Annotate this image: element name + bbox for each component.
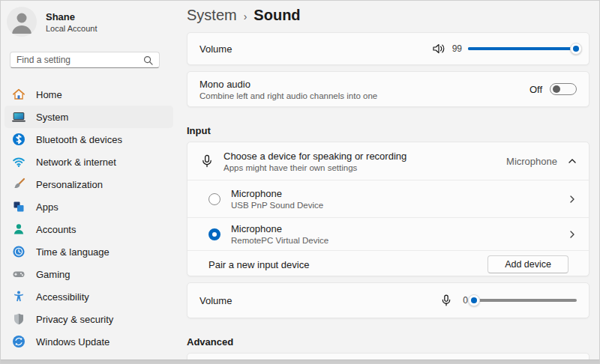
sidebar-item-label: System xyxy=(36,112,68,123)
input-volume-card: Volume 0 xyxy=(187,282,590,318)
home-icon xyxy=(12,88,26,101)
mono-audio-subtitle: Combine left and right audio channels in… xyxy=(200,91,377,100)
pair-device-row: Pair a new input device Add device xyxy=(188,251,589,278)
sidebar-item-label: Privacy & security xyxy=(36,314,113,325)
slider-thumb[interactable] xyxy=(570,43,582,55)
sidebar-item-time-language[interactable]: Time & language xyxy=(4,240,173,263)
user-account-block[interactable]: Shane Local Account xyxy=(7,7,98,37)
output-volume-label: Volume xyxy=(200,43,232,55)
device-description: USB PnP Sound Device xyxy=(231,201,323,210)
device-description: RemotePC Virtual Device xyxy=(231,236,328,245)
sidebar-item-label: Windows Update xyxy=(36,336,110,348)
sidebar-item-accessibility[interactable]: Accessibility xyxy=(4,285,173,308)
breadcrumb: System › Sound xyxy=(187,7,301,24)
sidebar-item-apps[interactable]: Apps xyxy=(4,195,173,218)
mono-audio-state-label: Off xyxy=(530,84,542,95)
device-row-usb-pnp[interactable]: Microphone USB PnP Sound Device xyxy=(188,181,589,217)
input-volume-value: 0 xyxy=(459,295,468,306)
windows-update-icon xyxy=(12,335,26,348)
bluetooth-icon xyxy=(12,133,26,146)
sidebar-item-label: Time & language xyxy=(36,246,110,258)
input-section-heading: Input xyxy=(187,125,211,136)
advanced-section-heading: Advanced xyxy=(187,336,233,348)
user-name: Shane xyxy=(46,11,98,22)
system-icon xyxy=(12,110,26,124)
sidebar-item-windows-update[interactable]: Windows Update xyxy=(4,330,173,353)
gaming-icon xyxy=(12,267,26,281)
output-volume-card: Volume 99 xyxy=(187,32,590,65)
mono-audio-card: Mono audio Combine left and right audio … xyxy=(187,71,590,107)
sidebar-item-label: Network & internet xyxy=(36,157,116,168)
chevron-right-icon[interactable] xyxy=(568,230,577,239)
input-volume-label: Volume xyxy=(200,295,232,306)
sidebar-item-label: Apps xyxy=(36,201,58,213)
sidebar-item-privacy-security[interactable]: Privacy & security xyxy=(4,308,173,330)
page-title: Sound xyxy=(254,7,300,24)
avatar xyxy=(7,7,37,37)
sidebar-item-label: Accessibility xyxy=(36,291,89,303)
device-row-remotepc[interactable]: Microphone RemotePC Virtual Device xyxy=(188,218,589,250)
personalization-icon xyxy=(12,178,26,191)
input-volume-slider[interactable] xyxy=(474,294,577,307)
chooser-selected-summary: Microphone xyxy=(506,156,557,167)
chevron-up-icon[interactable] xyxy=(568,157,577,166)
sidebar-item-accounts[interactable]: Accounts xyxy=(4,218,173,240)
settings-sidebar: Shane Local Account Find a setting Home xyxy=(1,1,178,363)
microphone-small-icon xyxy=(440,294,453,307)
person-icon xyxy=(7,7,37,37)
accessibility-icon xyxy=(12,290,26,303)
sidebar-item-system[interactable]: System xyxy=(4,106,173,128)
input-device-chooser-card: Choose a device for speaking or recordin… xyxy=(187,142,590,276)
sidebar-item-home[interactable]: Home xyxy=(4,83,173,106)
radio-selected[interactable] xyxy=(208,228,220,240)
pair-device-label: Pair a new input device xyxy=(208,259,309,270)
search-placeholder: Find a setting xyxy=(16,55,143,65)
window-bottom-edge xyxy=(1,360,599,363)
privacy-security-icon xyxy=(12,312,26,326)
output-volume-value: 99 xyxy=(452,43,462,54)
sidebar-item-personalization[interactable]: Personalization xyxy=(4,173,173,195)
chooser-title: Choose a device for speaking or recordin… xyxy=(224,151,406,162)
chooser-subtitle: Apps might have their own settings xyxy=(224,163,406,172)
add-device-button[interactable]: Add device xyxy=(488,255,568,273)
network-icon xyxy=(12,155,26,169)
sidebar-item-label: Accounts xyxy=(36,224,76,235)
output-volume-slider[interactable] xyxy=(468,42,577,55)
device-name: Microphone xyxy=(231,188,323,199)
settings-main: System › Sound Volume 99 Mono audio xyxy=(178,1,599,363)
mono-audio-toggle[interactable] xyxy=(550,83,577,95)
accounts-icon xyxy=(12,222,26,236)
user-account-type: Local Account xyxy=(46,24,98,33)
sidebar-item-label: Gaming xyxy=(36,269,70,280)
sidebar-item-bluetooth-devices[interactable]: Bluetooth & devices xyxy=(4,128,173,151)
sidebar-item-label: Personalization xyxy=(36,179,103,190)
time-language-icon xyxy=(12,245,26,258)
sidebar-nav: Home System xyxy=(4,83,173,353)
sidebar-item-label: Bluetooth & devices xyxy=(36,134,122,145)
radio-unselected[interactable] xyxy=(208,193,220,205)
sidebar-item-gaming[interactable]: Gaming xyxy=(4,263,173,285)
input-device-expander-header[interactable]: Choose a device for speaking or recordin… xyxy=(188,142,589,180)
slider-thumb[interactable] xyxy=(468,294,480,306)
microphone-icon xyxy=(200,154,214,169)
breadcrumb-parent[interactable]: System xyxy=(187,7,237,24)
search-input[interactable]: Find a setting xyxy=(10,52,160,68)
mono-audio-title: Mono audio xyxy=(200,79,377,90)
sidebar-item-network-internet[interactable]: Network & internet xyxy=(4,151,173,173)
device-name: Microphone xyxy=(231,223,328,234)
apps-icon xyxy=(12,200,26,213)
chevron-right-icon[interactable] xyxy=(568,195,577,204)
speaker-icon[interactable] xyxy=(431,41,446,56)
search-icon xyxy=(143,55,153,65)
sidebar-item-label: Home xyxy=(36,89,62,100)
breadcrumb-separator-icon: › xyxy=(244,10,248,22)
